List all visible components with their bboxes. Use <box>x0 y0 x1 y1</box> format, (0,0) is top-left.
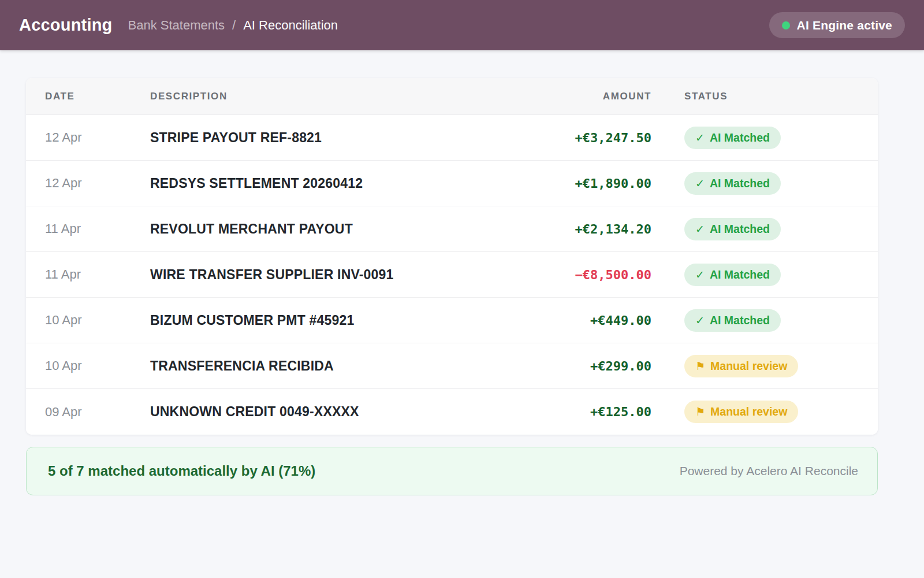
reconciliation-summary-bar: 5 of 7 matched automatically by AI (71%)… <box>26 447 878 495</box>
status-badge: ⚑Manual review <box>684 401 798 423</box>
transaction-amount: +€449.00 <box>520 313 651 328</box>
transaction-description: WIRE TRANSFER SUPPLIER INV-0091 <box>150 267 520 283</box>
status-badge-label: AI Matched <box>710 268 770 281</box>
transaction-date: 10 Apr <box>45 358 150 373</box>
breadcrumb: Bank Statements / AI Reconciliation <box>128 18 338 33</box>
transaction-status-cell: ✓AI Matched <box>651 264 878 286</box>
transaction-amount: +€2,134.20 <box>520 222 651 236</box>
ai-engine-status-badge: AI Engine active <box>769 12 905 38</box>
transaction-description: BIZUM CUSTOMER PMT #45921 <box>150 313 520 328</box>
check-icon: ✓ <box>695 315 705 326</box>
status-dot-icon <box>782 21 790 29</box>
column-header-date: DATE <box>45 91 150 102</box>
status-badge-label: AI Matched <box>710 177 770 190</box>
transactions-table: DATE DESCRIPTION AMOUNT STATUS 12 AprSTR… <box>26 78 878 435</box>
column-header-amount: AMOUNT <box>520 91 651 102</box>
transaction-status-cell: ⚑Manual review <box>651 401 878 423</box>
top-bar: Accounting Bank Statements / AI Reconcil… <box>0 0 924 50</box>
app-title: Accounting <box>19 16 113 35</box>
status-badge: ✓AI Matched <box>684 172 781 195</box>
transaction-amount: +€3,247.50 <box>520 131 651 145</box>
transaction-amount: +€299.00 <box>520 359 651 373</box>
table-row[interactable]: 12 AprREDSYS SETTLEMENT 20260412+€1,890.… <box>26 161 878 206</box>
transaction-date: 09 Apr <box>45 405 150 420</box>
powered-by-label: Powered by Acelero AI Reconcile <box>680 464 858 478</box>
transaction-date: 12 Apr <box>45 176 150 191</box>
table-row[interactable]: 11 AprREVOLUT MERCHANT PAYOUT+€2,134.20✓… <box>26 206 878 252</box>
table-row[interactable]: 10 AprTRANSFERENCIA RECIBIDA+€299.00⚑Man… <box>26 343 878 389</box>
transaction-date: 10 Apr <box>45 313 150 328</box>
status-badge-label: AI Matched <box>710 223 770 236</box>
transaction-amount: +€1,890.00 <box>520 176 651 191</box>
transaction-status-cell: ✓AI Matched <box>651 127 878 149</box>
transaction-description: REVOLUT MERCHANT PAYOUT <box>150 221 520 237</box>
transaction-status-cell: ⚑Manual review <box>651 355 878 377</box>
transaction-amount: +€125.00 <box>520 405 651 419</box>
check-icon: ✓ <box>695 132 705 143</box>
transaction-date: 11 Apr <box>45 267 150 282</box>
check-icon: ✓ <box>695 269 705 280</box>
ai-engine-status-label: AI Engine active <box>797 18 892 32</box>
status-badge-label: Manual review <box>710 405 787 418</box>
status-badge: ✓AI Matched <box>684 309 781 332</box>
breadcrumb-parent[interactable]: Bank Statements <box>128 18 225 33</box>
check-icon: ✓ <box>695 224 705 235</box>
status-badge-label: AI Matched <box>710 131 770 144</box>
transaction-date: 11 Apr <box>45 221 150 236</box>
table-row[interactable]: 10 AprBIZUM CUSTOMER PMT #45921+€449.00✓… <box>26 298 878 343</box>
status-badge-label: AI Matched <box>710 314 770 327</box>
summary-matched-stat: 5 of 7 matched automatically by AI (71%) <box>48 463 315 479</box>
transaction-date: 12 Apr <box>45 130 150 145</box>
transaction-status-cell: ✓AI Matched <box>651 309 878 332</box>
transaction-amount: −€8,500.00 <box>520 268 651 282</box>
status-badge: ✓AI Matched <box>684 218 781 240</box>
transaction-description: TRANSFERENCIA RECIBIDA <box>150 358 520 374</box>
table-row[interactable]: 12 AprSTRIPE PAYOUT REF-8821+€3,247.50✓A… <box>26 115 878 161</box>
flag-icon: ⚑ <box>695 361 705 372</box>
table-header-row: DATE DESCRIPTION AMOUNT STATUS <box>26 78 878 115</box>
transaction-description: STRIPE PAYOUT REF-8821 <box>150 130 520 146</box>
status-badge: ⚑Manual review <box>684 355 798 377</box>
transaction-status-cell: ✓AI Matched <box>651 172 878 195</box>
transaction-status-cell: ✓AI Matched <box>651 218 878 240</box>
table-row[interactable]: 11 AprWIRE TRANSFER SUPPLIER INV-0091−€8… <box>26 252 878 298</box>
breadcrumb-separator: / <box>232 18 236 33</box>
status-badge-label: Manual review <box>710 360 787 373</box>
status-badge: ✓AI Matched <box>684 264 781 286</box>
breadcrumb-current: AI Reconciliation <box>243 18 338 33</box>
transactions-body: 12 AprSTRIPE PAYOUT REF-8821+€3,247.50✓A… <box>26 115 878 435</box>
check-icon: ✓ <box>695 178 705 189</box>
column-header-status: STATUS <box>651 91 878 102</box>
transaction-description: REDSYS SETTLEMENT 20260412 <box>150 176 520 191</box>
table-row[interactable]: 09 AprUNKNOWN CREDIT 0049-XXXXX+€125.00⚑… <box>26 389 878 435</box>
column-header-description: DESCRIPTION <box>150 91 520 102</box>
status-badge: ✓AI Matched <box>684 127 781 149</box>
flag-icon: ⚑ <box>695 406 705 417</box>
transaction-description: UNKNOWN CREDIT 0049-XXXXX <box>150 404 520 420</box>
